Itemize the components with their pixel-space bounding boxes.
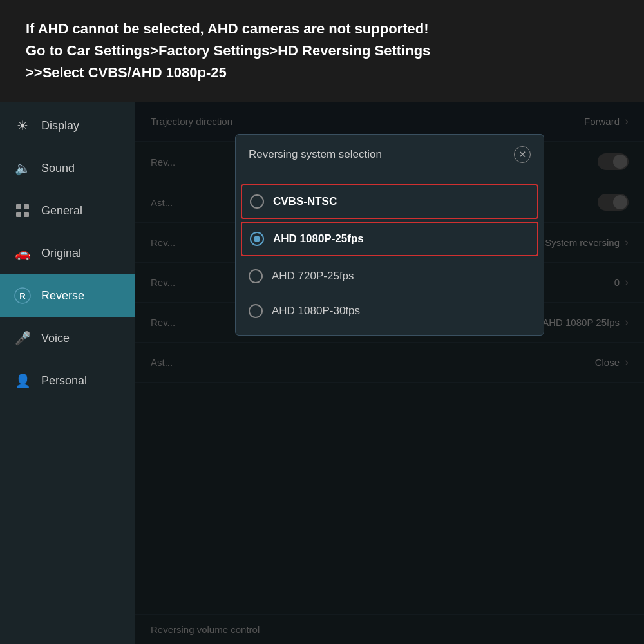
general-icon — [13, 201, 32, 220]
voice-icon: 🎤 — [13, 328, 32, 348]
modal-header: Reversing system selection ✕ — [236, 135, 544, 175]
outer-container: If AHD cannot be selected, AHD cameras a… — [0, 0, 644, 644]
sidebar-item-original[interactable]: 🚗 Original — [0, 232, 135, 274]
radio-ahd-720p-25[interactable]: AHD 720P-25fps — [236, 259, 544, 294]
radio-label-ahd1080-30: AHD 1080P-30fps — [272, 305, 360, 317]
banner-line1: If AHD cannot be selected, AHD cameras a… — [26, 21, 429, 37]
sidebar-item-sound[interactable]: 🔈 Sound — [0, 147, 135, 189]
radio-circle-ahd1080-30 — [249, 304, 263, 318]
original-icon: 🚗 — [13, 243, 32, 263]
svg-text:R: R — [19, 291, 26, 301]
sidebar-label-voice: Voice — [41, 332, 70, 345]
instruction-banner: If AHD cannot be selected, AHD cameras a… — [0, 0, 644, 102]
radio-circle-cvbs — [250, 194, 264, 209]
radio-label-cvbs: CVBS-NTSC — [273, 195, 337, 208]
svg-rect-2 — [16, 212, 21, 217]
sound-icon: 🔈 — [13, 158, 32, 178]
svg-rect-3 — [24, 212, 29, 217]
banner-line2: Go to Car Settings>Factory Settings>HD R… — [26, 43, 430, 59]
sidebar-item-general[interactable]: General — [0, 189, 135, 232]
sidebar-label-reverse: Reverse — [41, 289, 84, 303]
radio-label-ahd720: AHD 720P-25fps — [272, 270, 354, 283]
sidebar-item-reverse[interactable]: R Reverse — [0, 274, 135, 317]
radio-ahd-1080p-25[interactable]: AHD 1080P-25fps — [241, 222, 538, 256]
reversing-system-modal: Reversing system selection ✕ CVBS-NTSC — [235, 134, 544, 336]
svg-rect-1 — [24, 204, 29, 209]
modal-title: Reversing system selection — [249, 148, 382, 161]
radio-circle-ahd720 — [249, 269, 263, 283]
sidebar-label-original: Original — [41, 247, 81, 260]
radio-ahd-1080p-30[interactable]: AHD 1080P-30fps — [236, 294, 544, 328]
banner-line3: >>Select CVBS/AHD 1080p-25 — [26, 64, 227, 80]
radio-cvbs-ntsc[interactable]: CVBS-NTSC — [241, 184, 538, 219]
settings-ui: ☀ Display 🔈 Sound General — [0, 102, 644, 644]
radio-dot-ahd1080-25 — [254, 236, 260, 242]
sidebar-item-personal[interactable]: 👤 Personal — [0, 359, 135, 402]
display-icon: ☀ — [13, 116, 32, 135]
personal-icon: 👤 — [13, 371, 32, 390]
close-x-icon: ✕ — [518, 149, 527, 160]
sidebar-label-personal: Personal — [41, 374, 87, 388]
radio-circle-ahd1080-25 — [250, 232, 264, 246]
sidebar-label-general: General — [41, 204, 82, 218]
modal-body: CVBS-NTSC AHD 1080P-25fps — [236, 175, 544, 335]
main-content: Trajectory direction Forward › Rev... As… — [135, 102, 644, 644]
modal-overlay: Reversing system selection ✕ CVBS-NTSC — [135, 102, 644, 644]
sidebar-label-display: Display — [41, 119, 79, 133]
modal-close-button[interactable]: ✕ — [514, 146, 531, 163]
sidebar-item-display[interactable]: ☀ Display — [0, 104, 135, 147]
sidebar-item-voice[interactable]: 🎤 Voice — [0, 317, 135, 359]
banner-text: If AHD cannot be selected, AHD cameras a… — [26, 18, 618, 84]
sidebar: ☀ Display 🔈 Sound General — [0, 102, 135, 644]
radio-label-ahd1080-25: AHD 1080P-25fps — [273, 232, 364, 245]
reverse-icon: R — [13, 286, 32, 305]
sidebar-label-sound: Sound — [41, 162, 75, 175]
svg-rect-0 — [16, 204, 21, 209]
